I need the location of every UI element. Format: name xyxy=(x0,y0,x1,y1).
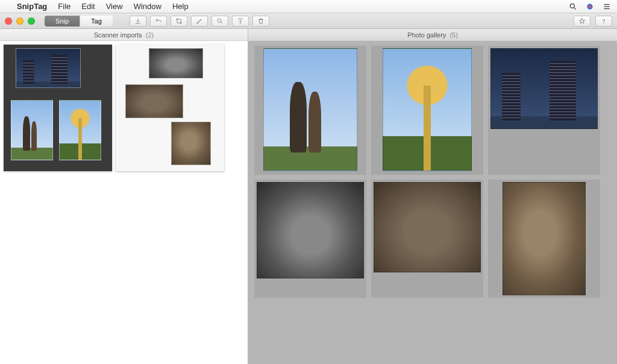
undo-icon[interactable] xyxy=(150,16,167,27)
gallery-thumb[interactable] xyxy=(254,46,366,175)
photo-gallery-title: Photo gallery xyxy=(407,31,446,39)
scanner-imports-list xyxy=(0,41,248,364)
scan-clip[interactable] xyxy=(59,100,101,160)
star-icon[interactable] xyxy=(574,16,590,27)
mode-tag-button[interactable]: Tag xyxy=(80,16,113,27)
window-minimize-button[interactable] xyxy=(16,17,23,25)
notification-center-icon[interactable] xyxy=(603,2,611,11)
search-icon[interactable] xyxy=(211,16,228,27)
gallery-image xyxy=(503,182,586,295)
svg-point-0 xyxy=(570,4,574,8)
svg-point-3 xyxy=(589,5,591,7)
scan-page[interactable] xyxy=(4,45,112,171)
scanner-imports-count: (2) xyxy=(146,31,154,39)
svg-line-1 xyxy=(574,7,575,9)
gallery-thumb[interactable] xyxy=(488,46,600,175)
photo-gallery-count: (5) xyxy=(449,31,457,39)
content-area: Scanner imports (2) Photo gallery (5) xyxy=(0,29,617,364)
spotlight-icon[interactable] xyxy=(569,2,577,11)
app-name[interactable]: SnipTag xyxy=(17,2,47,11)
help-icon[interactable]: ? xyxy=(595,16,612,27)
menu-edit[interactable]: Edit xyxy=(81,2,95,11)
macos-menubar: SnipTag File Edit View Window Help xyxy=(0,0,617,13)
download-icon[interactable] xyxy=(130,16,146,27)
scan-clip[interactable] xyxy=(11,100,53,160)
crop-icon[interactable] xyxy=(171,16,187,27)
scanner-imports-header: Scanner imports (2) xyxy=(0,29,248,41)
svg-line-8 xyxy=(221,22,222,24)
tool-group xyxy=(130,16,269,27)
gallery-image xyxy=(263,48,357,171)
window-close-button[interactable] xyxy=(5,17,12,25)
scan-page[interactable] xyxy=(116,45,224,171)
gallery-thumb[interactable] xyxy=(371,46,483,175)
scan-clip[interactable] xyxy=(171,122,211,165)
gallery-image xyxy=(383,48,472,171)
gallery-thumb[interactable] xyxy=(254,180,366,298)
traffic-lights xyxy=(5,17,35,25)
gallery-thumb[interactable] xyxy=(371,180,483,298)
trash-icon[interactable] xyxy=(252,16,269,27)
scanner-imports-pane: Scanner imports (2) xyxy=(0,29,248,364)
window-toolbar: Snip Tag ? xyxy=(0,13,617,29)
control-center-icon[interactable] xyxy=(586,2,594,11)
gallery-thumb[interactable] xyxy=(488,180,600,298)
upload-icon[interactable] xyxy=(232,16,249,27)
menu-help[interactable]: Help xyxy=(172,2,189,11)
mode-segmented-control: Snip Tag xyxy=(45,16,113,27)
photo-gallery-pane: Photo gallery (5) xyxy=(248,29,617,364)
window-zoom-button[interactable] xyxy=(28,17,35,25)
scan-clip[interactable] xyxy=(125,84,183,118)
photo-gallery-grid xyxy=(248,41,617,364)
scan-clip[interactable] xyxy=(16,48,81,88)
scanner-imports-title: Scanner imports xyxy=(94,31,142,39)
pencil-icon[interactable] xyxy=(191,16,208,27)
gallery-image xyxy=(257,182,364,278)
mode-snip-button[interactable]: Snip xyxy=(45,16,80,27)
scan-clip[interactable] xyxy=(149,48,203,78)
menu-view[interactable]: View xyxy=(106,2,123,11)
gallery-image xyxy=(374,182,481,272)
svg-point-7 xyxy=(218,19,221,22)
menu-window[interactable]: Window xyxy=(134,2,161,11)
menu-file[interactable]: File xyxy=(58,2,70,11)
photo-gallery-header: Photo gallery (5) xyxy=(248,29,617,41)
gallery-image xyxy=(490,48,598,129)
